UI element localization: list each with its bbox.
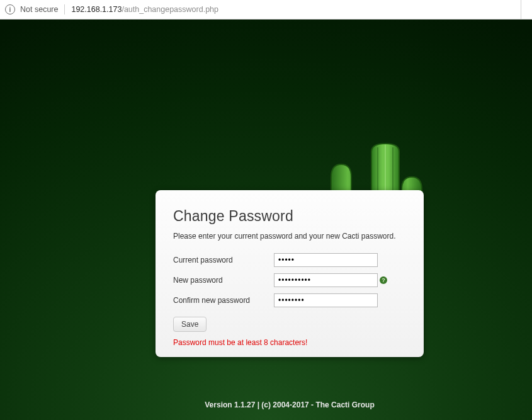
confirm-password-input[interactable]: [274, 293, 378, 307]
url-host: 192.168.1.173: [71, 5, 122, 14]
info-icon[interactable]: i: [5, 4, 15, 14]
confirm-password-label: Confirm new password: [173, 290, 274, 310]
current-password-input[interactable]: [274, 253, 378, 267]
page-background: Change Password Please enter your curren…: [0, 20, 532, 420]
security-label[interactable]: Not secure: [20, 5, 58, 14]
change-password-card: Change Password Please enter your curren…: [156, 190, 424, 357]
current-password-label: Current password: [173, 250, 274, 270]
instructions-text: Please enter your current password and y…: [173, 231, 406, 241]
url-path: /auth_changepassword.php: [122, 5, 218, 14]
fields: Current password New password ? Confirm …: [173, 250, 406, 310]
new-password-label: New password: [173, 270, 274, 290]
url[interactable]: 192.168.1.173/auth_changepassword.php: [71, 5, 218, 14]
address-bar-right-edge: [521, 0, 527, 20]
address-separator: [64, 4, 65, 14]
help-icon[interactable]: ?: [380, 276, 387, 284]
address-bar: i Not secure 192.168.1.173/auth_changepa…: [0, 0, 532, 20]
page-title: Change Password: [173, 208, 406, 225]
footer-text: Version 1.1.27 | (c) 2004-2017 - The Cac…: [156, 400, 424, 409]
new-password-input[interactable]: [274, 273, 378, 287]
save-button[interactable]: Save: [173, 317, 207, 332]
error-message: Password must be at least 8 characters!: [173, 338, 406, 347]
